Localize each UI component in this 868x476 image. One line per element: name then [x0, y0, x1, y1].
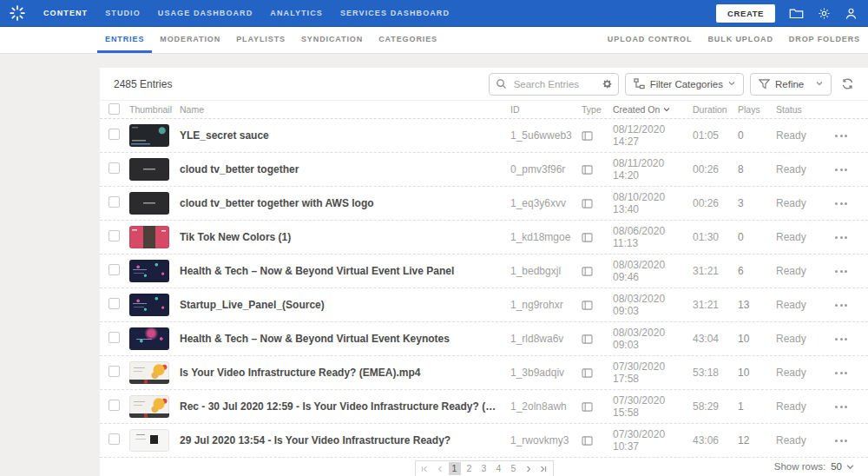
pagination-page[interactable]: 3: [478, 462, 490, 475]
pagination-page[interactable]: 4: [493, 462, 505, 475]
show-rows: Show rows: 50: [774, 458, 868, 472]
pagination-last-icon[interactable]: [537, 462, 549, 475]
refresh-icon[interactable]: [841, 77, 854, 90]
row-actions-button[interactable]: [830, 169, 868, 171]
entry-thumbnail[interactable]: [129, 327, 169, 350]
subnav-tab[interactable]: PLAYLISTS: [228, 27, 293, 53]
row-checkbox[interactable]: [108, 298, 120, 309]
entry-thumbnail[interactable]: [129, 395, 169, 418]
row-actions-button[interactable]: [830, 440, 868, 442]
column-thumbnail: Thumbnail: [129, 104, 180, 115]
folder-icon[interactable]: [789, 7, 804, 19]
table-row[interactable]: Startup_Live_Panel_(Source) 1_ng9rohxr 0…: [100, 288, 868, 322]
entry-duration: 01:30: [693, 231, 738, 243]
entry-name-link[interactable]: 29 Jul 2020 13:54 - Is Your Video Infras…: [180, 434, 510, 446]
entry-duration: 43:06: [693, 434, 738, 446]
chevron-down-icon: [816, 81, 823, 88]
row-checkbox[interactable]: [108, 400, 120, 411]
subnav-tab[interactable]: DROP FOLDERS: [781, 27, 868, 53]
row-actions-button[interactable]: [830, 135, 868, 137]
row-checkbox[interactable]: [108, 196, 120, 208]
column-created-on-sort[interactable]: Created On: [613, 104, 693, 115]
entry-name-link[interactable]: Rec - 30 Jul 2020 12:59 - Is Your Video …: [180, 400, 510, 413]
row-actions-button[interactable]: [830, 372, 868, 374]
table-row[interactable]: Health & Tech – Now & Beyond Virtual Eve…: [100, 322, 868, 356]
row-checkbox[interactable]: [108, 230, 120, 241]
entry-status: Ready: [776, 333, 830, 345]
entry-thumbnail[interactable]: [129, 226, 169, 248]
entry-duration: 31:21: [693, 265, 738, 277]
entry-created-on: 08/03/2020 09:03: [613, 327, 693, 351]
entry-thumbnail[interactable]: [129, 294, 169, 316]
row-actions-button[interactable]: [830, 202, 868, 205]
table-row[interactable]: Rec - 30 Jul 2020 12:59 - Is Your Video …: [100, 390, 868, 424]
table-row[interactable]: cloud tv_better together 0_pmv3f96r 08/1…: [100, 153, 868, 187]
entry-name-link[interactable]: cloud tv_better together: [180, 163, 510, 175]
topnav-item[interactable]: ANALYTICS: [261, 9, 332, 17]
table-row[interactable]: 29 Jul 2020 13:54 - Is Your Video Infras…: [100, 424, 868, 458]
row-actions-button[interactable]: [830, 270, 868, 273]
row-checkbox[interactable]: [108, 264, 120, 275]
table-row[interactable]: Tik Tok New Colors (1) 1_kd18mgoe 08/06/…: [100, 221, 868, 255]
topnav-item[interactable]: SERVICES DASHBOARD: [332, 9, 458, 17]
pagination-page[interactable]: 2: [464, 462, 476, 475]
entry-plays: 12: [738, 434, 776, 446]
entry-name-link[interactable]: Is Your Video Infrastructure Ready? (EME…: [180, 367, 510, 379]
row-checkbox[interactable]: [108, 433, 120, 445]
row-actions-button[interactable]: [830, 406, 868, 408]
row-checkbox[interactable]: [108, 162, 120, 174]
entry-thumbnail[interactable]: [129, 158, 169, 181]
top-navigation: CONTENT STUDIO USAGE DASHBOARD ANALYTICS…: [35, 9, 458, 17]
search-input[interactable]: [489, 73, 619, 96]
pagination-next-icon[interactable]: [523, 462, 535, 475]
entry-thumbnail[interactable]: [129, 124, 169, 147]
entry-thumbnail[interactable]: [129, 429, 169, 452]
entry-name-link[interactable]: YLE_secret sauce: [180, 129, 510, 142]
entry-id: 1_rld8wa6v: [510, 333, 582, 345]
entry-name-link[interactable]: Tik Tok New Colors (1): [180, 231, 510, 243]
topnav-item[interactable]: USAGE DASHBOARD: [149, 9, 262, 17]
pagination-page[interactable]: 1: [449, 462, 461, 475]
entry-name-link[interactable]: cloud tv_better together with AWS logo: [180, 197, 510, 209]
pagination-prev-icon[interactable]: [434, 462, 446, 475]
subnav-tab[interactable]: SYNDICATION: [293, 27, 371, 53]
subnav-tab[interactable]: ENTRIES: [97, 27, 152, 53]
settings-icon[interactable]: [818, 7, 831, 20]
subnav-tab[interactable]: CATEGORIES: [371, 27, 445, 53]
filter-categories-button[interactable]: Filter Categories: [625, 73, 744, 96]
entries-table-body: YLE_secret sauce 1_5u6wweb3 08/12/2020 1…: [100, 119, 868, 458]
kaltura-logo-icon[interactable]: [0, 4, 35, 22]
table-row[interactable]: YLE_secret sauce 1_5u6wweb3 08/12/2020 1…: [100, 119, 868, 153]
subnav-tab[interactable]: MODERATION: [152, 27, 228, 53]
show-rows-select[interactable]: 50: [831, 461, 854, 472]
entry-thumbnail[interactable]: [129, 192, 169, 215]
row-checkbox[interactable]: [108, 366, 120, 377]
subnav-tab[interactable]: BULK UPLOAD: [700, 27, 780, 53]
entry-plays: 8: [738, 163, 776, 175]
entry-thumbnail[interactable]: [129, 361, 169, 384]
user-icon[interactable]: [845, 7, 858, 20]
table-row[interactable]: Health & Tech – Now & Beyond Virtual Eve…: [100, 255, 868, 288]
video-type-icon: [582, 334, 613, 344]
pagination-first-icon[interactable]: [419, 462, 431, 475]
create-button[interactable]: CREATE: [716, 4, 775, 23]
row-actions-button[interactable]: [830, 304, 868, 307]
entry-name-link[interactable]: Startup_Live_Panel_(Source): [180, 299, 510, 311]
pagination-page[interactable]: 5: [508, 462, 520, 475]
search-settings-icon[interactable]: [602, 78, 613, 89]
row-actions-button[interactable]: [830, 236, 868, 239]
show-rows-label: Show rows:: [774, 461, 825, 472]
entry-thumbnail[interactable]: [129, 260, 169, 282]
subnav-tab[interactable]: UPLOAD CONTROL: [600, 27, 700, 53]
topnav-item[interactable]: STUDIO: [96, 9, 149, 17]
select-all-checkbox[interactable]: [108, 103, 120, 115]
row-actions-button[interactable]: [830, 338, 868, 340]
row-checkbox[interactable]: [108, 332, 120, 343]
table-row[interactable]: Is Your Video Infrastructure Ready? (EME…: [100, 356, 868, 390]
entry-name-link[interactable]: Health & Tech – Now & Beyond Virtual Eve…: [180, 265, 510, 277]
table-row[interactable]: cloud tv_better together with AWS logo 1…: [100, 187, 868, 221]
topnav-item[interactable]: CONTENT: [35, 9, 96, 17]
row-checkbox[interactable]: [108, 129, 120, 140]
refine-button[interactable]: Refine: [750, 73, 832, 96]
entry-name-link[interactable]: Health & Tech – Now & Beyond Virtual Eve…: [180, 333, 510, 345]
